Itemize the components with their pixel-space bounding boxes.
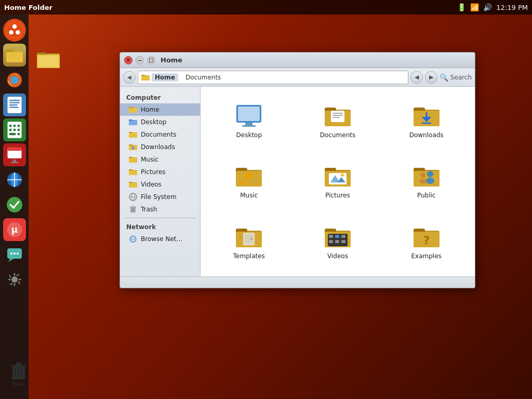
- svg-rect-73: [129, 183, 137, 188]
- sidebar-item-filesystem[interactable]: File System: [120, 191, 200, 203]
- svg-point-119: [426, 178, 434, 184]
- file-item-pictures[interactable]: Pictures: [295, 152, 381, 210]
- file-item-videos[interactable]: Videos: [295, 213, 381, 271]
- address-bar: Home Documents: [138, 71, 408, 84]
- trash-icon-sidebar: [128, 205, 138, 214]
- svg-rect-19: [13, 129, 16, 131]
- svg-rect-24: [7, 148, 21, 151]
- writer-launcher-item[interactable]: [3, 94, 26, 116]
- file-item-desktop[interactable]: Desktop: [206, 92, 292, 150]
- svg-point-116: [420, 172, 425, 178]
- file-manager-window: × – □ Home ◀ Home Documents ◀ ▶: [119, 52, 475, 288]
- window-title: Home Folder: [4, 4, 52, 11]
- svg-point-2: [9, 30, 14, 35]
- svg-point-39: [11, 276, 18, 283]
- file-item-music[interactable]: Music: [206, 152, 292, 210]
- calc-launcher-item[interactable]: [3, 118, 26, 141]
- svg-rect-15: [9, 125, 11, 127]
- svg-rect-11: [9, 102, 19, 103]
- maximize-button[interactable]: □: [147, 56, 155, 64]
- svg-rect-58: [129, 121, 137, 125]
- sidebar-trash-label: Trash: [141, 206, 157, 213]
- home-icon: [128, 105, 138, 114]
- svg-rect-134: [335, 240, 339, 243]
- sound-icon: 🔊: [483, 3, 492, 11]
- desktop-icon: [128, 117, 138, 127]
- green-app-launcher-item[interactable]: [3, 193, 26, 216]
- sidebar-music-label: Music: [141, 156, 158, 163]
- battery-icon: 🔋: [457, 3, 466, 11]
- files-launcher-item[interactable]: [3, 44, 26, 66]
- svg-rect-88: [245, 123, 252, 125]
- svg-rect-94: [332, 113, 343, 114]
- sidebar-item-browsenet[interactable]: Browse Net...: [120, 233, 200, 245]
- svg-rect-132: [341, 235, 345, 238]
- videos-file-icon: [323, 224, 353, 250]
- svg-point-3: [16, 30, 20, 35]
- svg-rect-89: [242, 125, 256, 127]
- top-panel: Home Folder 🔋 📶 🔊 12:19 PM: [0, 0, 532, 15]
- sidebar-downloads-label: Downloads: [141, 143, 175, 151]
- sidebar-item-trash[interactable]: Trash: [120, 203, 200, 216]
- file-item-public[interactable]: Public: [383, 152, 470, 210]
- file-item-downloads[interactable]: Downloads: [383, 92, 470, 150]
- sidebar-item-videos[interactable]: Videos: [120, 178, 200, 191]
- search-icon[interactable]: 🔍: [440, 73, 448, 82]
- sidebar-toggle-button[interactable]: ◀: [123, 71, 136, 84]
- sidebar-item-home[interactable]: Home: [120, 103, 200, 116]
- clock: 12:19 PM: [496, 4, 528, 11]
- svg-rect-10: [9, 100, 19, 101]
- svg-rect-55: [129, 108, 137, 113]
- desktop-file-label: Desktop: [236, 131, 262, 139]
- sidebar-item-desktop[interactable]: Desktop: [120, 116, 200, 128]
- forward-button[interactable]: ▶: [425, 71, 437, 84]
- documents-icon: [128, 130, 138, 139]
- search-area: 🔍 Search: [440, 73, 472, 82]
- sidebar-item-music[interactable]: Music: [120, 153, 200, 166]
- svg-point-38: [17, 252, 19, 255]
- statusbar: [120, 276, 475, 288]
- sidebar-item-pictures[interactable]: Pictures: [120, 166, 200, 178]
- system-tray: 🔋 📶 🔊 12:19 PM: [457, 3, 528, 11]
- svg-rect-43: [38, 56, 59, 67]
- impress-launcher-item[interactable]: [3, 143, 26, 166]
- utorrent-launcher-item[interactable]: μ: [3, 218, 26, 241]
- svg-point-125: [251, 238, 252, 240]
- browser-launcher-item[interactable]: [3, 168, 26, 191]
- breadcrumb-documents[interactable]: Documents: [182, 73, 224, 82]
- computer-section-header: Computer: [120, 91, 200, 103]
- toolbar: ◀ Home Documents ◀ ▶ 🔍 Search: [120, 68, 475, 87]
- pictures-icon: [128, 167, 138, 177]
- file-item-documents[interactable]: Documents: [295, 92, 381, 150]
- public-file-icon: [411, 164, 442, 190]
- sidebar-filesystem-label: File System: [141, 193, 177, 201]
- svg-rect-18: [9, 129, 11, 131]
- file-item-examples[interactable]: ? Examples: [383, 213, 470, 271]
- svg-text:μ: μ: [11, 224, 17, 235]
- sidebar-pictures-label: Pictures: [141, 168, 166, 176]
- network-icon: 📶: [470, 3, 479, 11]
- sidebar-home-label: Home: [141, 106, 159, 113]
- breadcrumb-home[interactable]: Home: [152, 73, 178, 82]
- close-button[interactable]: ×: [124, 56, 132, 64]
- empathy-launcher-item[interactable]: [3, 243, 26, 266]
- svg-rect-79: [131, 206, 135, 207]
- svg-point-1: [12, 24, 17, 29]
- desktop-folder-icon[interactable]: [35, 49, 61, 83]
- music-file-label: Music: [240, 192, 258, 199]
- videos-icon: [128, 180, 138, 189]
- minimize-button[interactable]: –: [136, 56, 144, 64]
- public-file-label: Public: [417, 192, 436, 199]
- file-item-templates[interactable]: Templates: [206, 213, 292, 271]
- settings-launcher-item[interactable]: [3, 268, 26, 291]
- svg-point-8: [10, 76, 19, 84]
- sidebar-item-downloads[interactable]: Downloads: [120, 141, 200, 153]
- svg-rect-95: [332, 115, 343, 116]
- svg-rect-135: [341, 240, 345, 243]
- documents-file-label: Documents: [320, 131, 355, 139]
- sidebar-item-documents[interactable]: Documents: [120, 128, 200, 141]
- svg-point-31: [7, 197, 22, 212]
- ubuntu-button[interactable]: [3, 19, 26, 42]
- back-button[interactable]: ◀: [410, 71, 423, 84]
- firefox-launcher-item[interactable]: [3, 69, 26, 91]
